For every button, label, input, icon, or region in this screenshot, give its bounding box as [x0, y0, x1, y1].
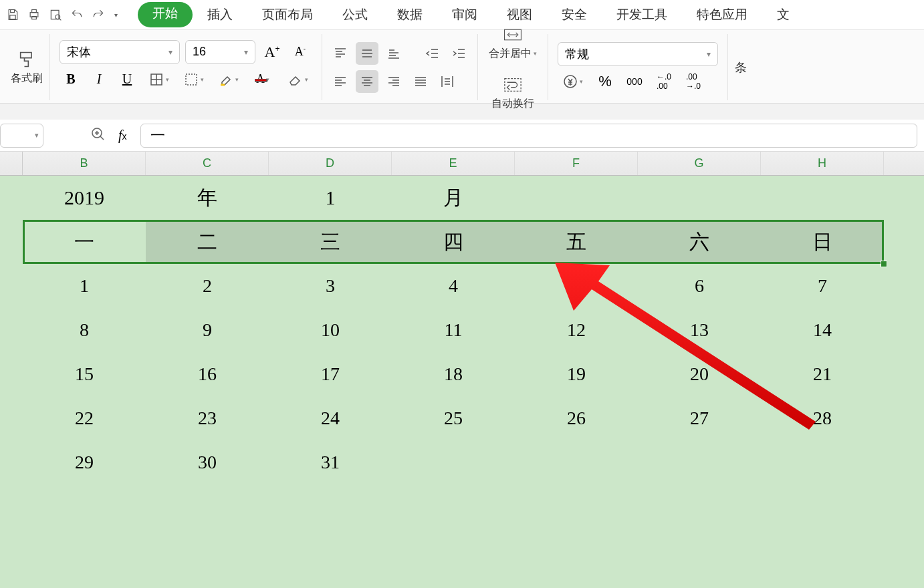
cell[interactable] [638, 176, 761, 220]
font-color-button[interactable]: A▾ [248, 68, 277, 91]
cell[interactable]: 11 [392, 308, 515, 352]
cell[interactable] [392, 440, 515, 484]
preview-icon[interactable] [48, 7, 63, 22]
tab-pagelayout[interactable]: 页面布局 [247, 2, 328, 27]
comma-button[interactable]: 000 [623, 70, 646, 93]
selection-handle[interactable] [881, 261, 887, 267]
cell[interactable]: 26 [515, 396, 638, 440]
highlight-button[interactable]: ▾ [213, 68, 243, 91]
cell[interactable]: 19 [515, 352, 638, 396]
decrease-font-button[interactable]: A- [289, 41, 312, 63]
cell[interactable] [638, 440, 761, 484]
tab-insert[interactable]: 插入 [193, 2, 247, 27]
cell[interactable]: 17 [269, 352, 392, 396]
formula-input[interactable]: 一 [140, 124, 917, 148]
distribute-button[interactable] [436, 70, 459, 93]
font-name-select[interactable]: 宋体▾ [60, 40, 180, 64]
increase-decimal-button[interactable]: ←.0.00 [653, 70, 675, 93]
align-center-button[interactable] [356, 70, 378, 93]
cell[interactable]: 5 [515, 264, 638, 308]
cell[interactable]: 23 [146, 396, 269, 440]
cell[interactable] [515, 440, 638, 484]
tab-start[interactable]: 开始 [138, 2, 193, 27]
font-size-select[interactable]: 16▾ [185, 40, 255, 64]
cell[interactable]: 13 [638, 308, 761, 352]
cell[interactable]: 2 [146, 264, 269, 308]
currency-button[interactable]: ▾ [558, 70, 587, 93]
tab-more[interactable]: 文 [762, 2, 804, 27]
eraser-button[interactable]: ▾ [283, 68, 312, 91]
fx-icon[interactable]: fx [118, 128, 127, 143]
cell[interactable]: 1 [23, 264, 146, 308]
sheet-area[interactable]: 2019 年 1 月 一 二 三 四 五 六 日 1 2 3 4 [0, 176, 924, 588]
save-icon[interactable] [5, 7, 20, 22]
fill-color-button[interactable]: ▾ [179, 68, 208, 91]
decrease-decimal-button[interactable]: .00→.0 [682, 70, 705, 93]
align-top-button[interactable] [329, 42, 352, 65]
cell[interactable]: 日 [761, 220, 884, 264]
merge-center-button[interactable]: 合并居中▾ [489, 24, 537, 61]
cell[interactable]: 14 [761, 308, 884, 352]
italic-button[interactable]: I [88, 68, 110, 91]
cell[interactable]: 30 [146, 440, 269, 484]
cell[interactable]: 24 [269, 396, 392, 440]
cell[interactable]: 8 [23, 308, 146, 352]
cell[interactable]: 29 [23, 440, 146, 484]
cell[interactable]: 三 [269, 220, 392, 264]
undo-icon[interactable] [70, 7, 84, 22]
cell[interactable]: 四 [392, 220, 515, 264]
wrap-text-button[interactable]: 自动换行 [491, 74, 534, 111]
align-bottom-button[interactable] [382, 42, 405, 65]
col-header[interactable]: F [515, 152, 638, 175]
spreadsheet-grid[interactable]: B C D E F G H 2019 年 1 月 一 二 三 四 五 六 [0, 152, 924, 588]
redo-icon[interactable] [91, 7, 106, 22]
cell[interactable]: 一 [23, 220, 146, 264]
tab-formula[interactable]: 公式 [328, 2, 382, 27]
qat-dropdown-icon[interactable]: ▾ [112, 11, 119, 19]
select-all-corner[interactable] [0, 152, 23, 175]
align-right-button[interactable] [382, 70, 405, 93]
tab-data[interactable]: 数据 [382, 2, 437, 27]
cell[interactable]: 9 [146, 308, 269, 352]
cell[interactable]: 4 [392, 264, 515, 308]
cell[interactable]: 31 [269, 440, 392, 484]
cell[interactable]: 12 [515, 308, 638, 352]
cell[interactable] [761, 440, 884, 484]
conditional-format-label[interactable]: 条 [728, 34, 754, 100]
border-button[interactable]: ▾ [144, 68, 173, 91]
col-header[interactable]: H [761, 152, 884, 175]
cell[interactable]: 18 [392, 352, 515, 396]
format-painter-button[interactable]: 各式刷 [11, 49, 43, 86]
cell[interactable]: 10 [269, 308, 392, 352]
col-header[interactable]: B [23, 152, 146, 175]
cell[interactable]: 年 [146, 176, 269, 220]
bold-button[interactable]: B [60, 68, 82, 91]
cell[interactable]: 20 [638, 352, 761, 396]
cell[interactable]: 六 [638, 220, 761, 264]
tab-special[interactable]: 特色应用 [682, 2, 762, 27]
align-left-button[interactable] [329, 70, 352, 93]
cell[interactable] [761, 176, 884, 220]
justify-button[interactable] [409, 70, 432, 93]
percent-button[interactable]: % [594, 70, 616, 93]
col-header[interactable]: C [146, 152, 269, 175]
col-header[interactable]: D [269, 152, 392, 175]
increase-indent-button[interactable] [448, 42, 471, 65]
cell[interactable]: 16 [146, 352, 269, 396]
cell[interactable] [515, 176, 638, 220]
cell[interactable]: 25 [392, 396, 515, 440]
cell[interactable]: 五 [515, 220, 638, 264]
zoom-icon[interactable] [90, 126, 106, 145]
name-box[interactable]: ▾ [0, 124, 43, 148]
tab-review[interactable]: 审阅 [437, 2, 492, 27]
number-format-select[interactable]: 常规▾ [558, 42, 718, 66]
underline-button[interactable]: U [116, 68, 138, 91]
tab-security[interactable]: 安全 [547, 2, 602, 27]
increase-font-button[interactable]: A+ [261, 41, 283, 63]
cell[interactable]: 二 [146, 220, 269, 264]
col-header[interactable]: G [638, 152, 761, 175]
cell[interactable]: 28 [761, 396, 884, 440]
cell[interactable]: 21 [761, 352, 884, 396]
cell[interactable]: 22 [23, 396, 146, 440]
cell[interactable]: 月 [392, 176, 515, 220]
